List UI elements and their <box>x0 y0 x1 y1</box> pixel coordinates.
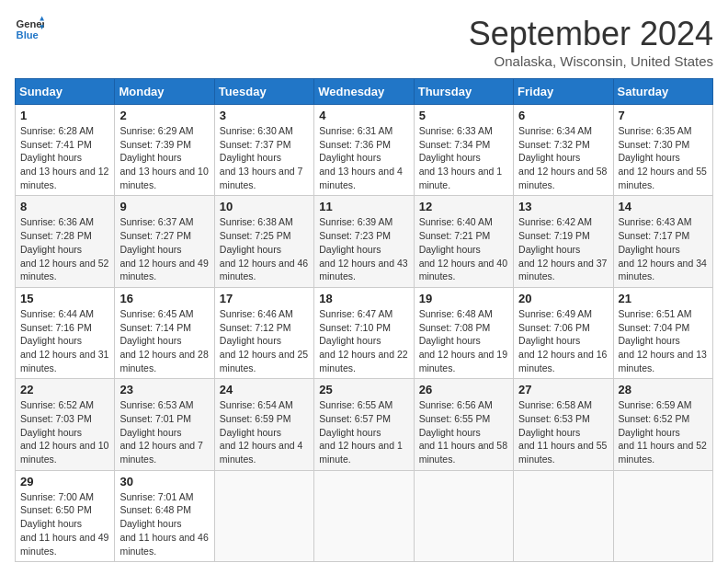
day-number: 6 <box>518 109 608 122</box>
day-cell: 25 Sunrise: 6:55 AM Sunset: 6:57 PM Dayl… <box>314 379 414 470</box>
day-cell: 21 Sunrise: 6:51 AM Sunset: 7:04 PM Dayl… <box>613 287 712 378</box>
day-header-friday: Friday <box>514 79 613 105</box>
day-info: Sunrise: 6:53 AM Sunset: 7:01 PM Dayligh… <box>119 398 209 465</box>
day-info: Sunrise: 6:29 AM Sunset: 7:39 PM Dayligh… <box>119 124 209 191</box>
svg-text:Blue: Blue <box>17 29 39 40</box>
day-info: Sunrise: 6:52 AM Sunset: 7:03 PM Dayligh… <box>20 398 109 465</box>
day-cell: 7 Sunrise: 6:35 AM Sunset: 7:30 PM Dayli… <box>613 105 712 196</box>
day-header-tuesday: Tuesday <box>214 79 313 105</box>
day-info: Sunrise: 6:45 AM Sunset: 7:14 PM Dayligh… <box>119 307 209 374</box>
day-info: Sunrise: 6:55 AM Sunset: 6:57 PM Dayligh… <box>319 398 408 465</box>
day-info: Sunrise: 6:46 AM Sunset: 7:12 PM Dayligh… <box>220 307 309 374</box>
day-header-sunday: Sunday <box>16 79 115 105</box>
day-info: Sunrise: 6:56 AM Sunset: 6:55 PM Dayligh… <box>419 398 508 465</box>
day-number: 16 <box>119 292 209 305</box>
day-info: Sunrise: 6:51 AM Sunset: 7:04 PM Dayligh… <box>619 307 708 374</box>
logo: General Blue <box>15 15 44 44</box>
day-cell: 19 Sunrise: 6:48 AM Sunset: 7:08 PM Dayl… <box>414 287 513 378</box>
day-info: Sunrise: 6:47 AM Sunset: 7:10 PM Dayligh… <box>319 307 408 374</box>
day-info: Sunrise: 6:38 AM Sunset: 7:25 PM Dayligh… <box>220 215 309 282</box>
day-info: Sunrise: 6:58 AM Sunset: 6:53 PM Dayligh… <box>518 398 608 465</box>
day-cell: 10 Sunrise: 6:38 AM Sunset: 7:25 PM Dayl… <box>214 196 313 287</box>
day-info: Sunrise: 6:35 AM Sunset: 7:30 PM Dayligh… <box>619 124 708 191</box>
day-number: 13 <box>518 200 608 213</box>
day-number: 11 <box>319 200 408 213</box>
day-cell: 6 Sunrise: 6:34 AM Sunset: 7:32 PM Dayli… <box>514 105 613 196</box>
day-number: 3 <box>220 109 309 122</box>
day-cell: 4 Sunrise: 6:31 AM Sunset: 7:36 PM Dayli… <box>314 105 414 196</box>
page-header: General Blue September 2024 Onalaska, Wi… <box>15 15 713 69</box>
day-number: 28 <box>619 383 708 396</box>
day-info: Sunrise: 6:30 AM Sunset: 7:37 PM Dayligh… <box>220 124 309 191</box>
title-block: September 2024 Onalaska, Wisconsin, Unit… <box>469 15 713 69</box>
day-cell: 3 Sunrise: 6:30 AM Sunset: 7:37 PM Dayli… <box>214 105 313 196</box>
day-info: Sunrise: 6:59 AM Sunset: 6:52 PM Dayligh… <box>619 398 708 465</box>
day-number: 29 <box>20 475 109 488</box>
day-header-saturday: Saturday <box>613 79 712 105</box>
day-info: Sunrise: 6:34 AM Sunset: 7:32 PM Dayligh… <box>518 124 608 191</box>
day-number: 25 <box>319 383 408 396</box>
day-number: 12 <box>419 200 508 213</box>
day-number: 20 <box>518 292 608 305</box>
day-cell: 22 Sunrise: 6:52 AM Sunset: 7:03 PM Dayl… <box>16 379 115 470</box>
day-cell: 14 Sunrise: 6:43 AM Sunset: 7:17 PM Dayl… <box>613 196 712 287</box>
day-number: 1 <box>20 109 109 122</box>
day-number: 14 <box>619 200 708 213</box>
location: Onalaska, Wisconsin, United States <box>469 53 713 69</box>
day-cell: 27 Sunrise: 6:58 AM Sunset: 6:53 PM Dayl… <box>514 379 613 470</box>
day-header-thursday: Thursday <box>414 79 513 105</box>
header-row: SundayMondayTuesdayWednesdayThursdayFrid… <box>16 79 713 105</box>
day-info: Sunrise: 6:49 AM Sunset: 7:06 PM Dayligh… <box>518 307 608 374</box>
week-row-3: 15 Sunrise: 6:44 AM Sunset: 7:16 PM Dayl… <box>16 287 713 378</box>
day-number: 23 <box>119 383 209 396</box>
day-info: Sunrise: 6:54 AM Sunset: 6:59 PM Dayligh… <box>220 398 309 465</box>
day-cell: 13 Sunrise: 6:42 AM Sunset: 7:19 PM Dayl… <box>514 196 613 287</box>
day-info: Sunrise: 6:28 AM Sunset: 7:41 PM Dayligh… <box>20 124 109 191</box>
month-title: September 2024 <box>469 15 713 53</box>
day-number: 26 <box>419 383 508 396</box>
day-cell <box>314 470 414 561</box>
day-info: Sunrise: 6:37 AM Sunset: 7:27 PM Dayligh… <box>119 215 209 282</box>
day-number: 2 <box>119 109 209 122</box>
day-info: Sunrise: 6:36 AM Sunset: 7:28 PM Dayligh… <box>20 215 109 282</box>
day-header-monday: Monday <box>115 79 214 105</box>
day-number: 19 <box>419 292 508 305</box>
day-cell: 11 Sunrise: 6:39 AM Sunset: 7:23 PM Dayl… <box>314 196 414 287</box>
day-cell: 29 Sunrise: 7:00 AM Sunset: 6:50 PM Dayl… <box>16 470 115 561</box>
day-cell <box>514 470 613 561</box>
day-number: 7 <box>619 109 708 122</box>
day-number: 9 <box>119 200 209 213</box>
week-row-4: 22 Sunrise: 6:52 AM Sunset: 7:03 PM Dayl… <box>16 379 713 470</box>
day-info: Sunrise: 7:00 AM Sunset: 6:50 PM Dayligh… <box>20 490 109 557</box>
day-info: Sunrise: 6:48 AM Sunset: 7:08 PM Dayligh… <box>419 307 508 374</box>
week-row-5: 29 Sunrise: 7:00 AM Sunset: 6:50 PM Dayl… <box>16 470 713 561</box>
day-number: 10 <box>220 200 309 213</box>
day-cell: 9 Sunrise: 6:37 AM Sunset: 7:27 PM Dayli… <box>115 196 214 287</box>
day-info: Sunrise: 6:43 AM Sunset: 7:17 PM Dayligh… <box>619 215 708 282</box>
day-number: 22 <box>20 383 109 396</box>
day-number: 18 <box>319 292 408 305</box>
day-number: 15 <box>20 292 109 305</box>
day-number: 8 <box>20 200 109 213</box>
day-info: Sunrise: 6:33 AM Sunset: 7:34 PM Dayligh… <box>419 124 508 191</box>
day-cell: 20 Sunrise: 6:49 AM Sunset: 7:06 PM Dayl… <box>514 287 613 378</box>
day-cell: 2 Sunrise: 6:29 AM Sunset: 7:39 PM Dayli… <box>115 105 214 196</box>
day-cell: 16 Sunrise: 6:45 AM Sunset: 7:14 PM Dayl… <box>115 287 214 378</box>
day-number: 24 <box>220 383 309 396</box>
day-cell: 12 Sunrise: 6:40 AM Sunset: 7:21 PM Dayl… <box>414 196 513 287</box>
day-number: 27 <box>518 383 608 396</box>
day-header-wednesday: Wednesday <box>314 79 414 105</box>
day-cell: 30 Sunrise: 7:01 AM Sunset: 6:48 PM Dayl… <box>115 470 214 561</box>
day-cell: 18 Sunrise: 6:47 AM Sunset: 7:10 PM Dayl… <box>314 287 414 378</box>
day-info: Sunrise: 6:40 AM Sunset: 7:21 PM Dayligh… <box>419 215 508 282</box>
day-info: Sunrise: 6:44 AM Sunset: 7:16 PM Dayligh… <box>20 307 109 374</box>
day-cell: 8 Sunrise: 6:36 AM Sunset: 7:28 PM Dayli… <box>16 196 115 287</box>
day-info: Sunrise: 7:01 AM Sunset: 6:48 PM Dayligh… <box>119 490 209 557</box>
day-cell: 26 Sunrise: 6:56 AM Sunset: 6:55 PM Dayl… <box>414 379 513 470</box>
day-number: 5 <box>419 109 508 122</box>
week-row-2: 8 Sunrise: 6:36 AM Sunset: 7:28 PM Dayli… <box>16 196 713 287</box>
day-number: 4 <box>319 109 408 122</box>
logo-icon: General Blue <box>15 15 44 44</box>
day-number: 30 <box>119 475 209 488</box>
day-cell: 5 Sunrise: 6:33 AM Sunset: 7:34 PM Dayli… <box>414 105 513 196</box>
